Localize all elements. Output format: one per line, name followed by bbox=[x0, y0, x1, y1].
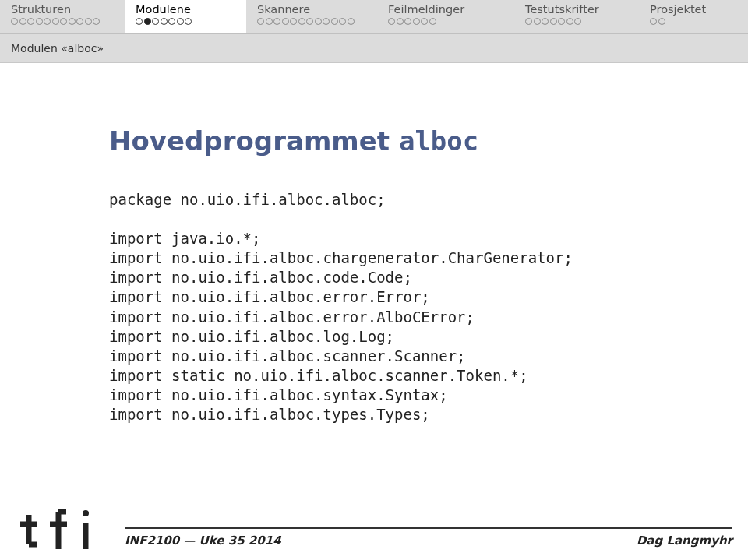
progress-dot bbox=[397, 18, 404, 25]
code-line: import no.uio.ifi.alboc.log.Log; bbox=[109, 328, 394, 345]
nav-tab-modulene[interactable]: Modulene bbox=[125, 0, 246, 33]
ifi-logo-icon bbox=[16, 505, 94, 552]
progress-dot bbox=[273, 18, 280, 25]
slide-title: Hovedprogrammet alboc bbox=[109, 125, 748, 157]
progress-dot bbox=[650, 18, 657, 25]
progress-dot bbox=[413, 18, 420, 25]
progress-dot bbox=[306, 18, 313, 25]
progress-dot bbox=[27, 18, 34, 25]
code-line: import no.uio.ifi.alboc.syntax.Syntax; bbox=[109, 386, 448, 403]
code-line: import no.uio.ifi.alboc.scanner.Scanner; bbox=[109, 347, 466, 365]
nav-tab-label: Testutskrifter bbox=[525, 2, 628, 16]
progress-dot bbox=[339, 18, 346, 25]
nav-tab-prosjektet[interactable]: Prosjektet bbox=[639, 0, 748, 33]
progress-dots bbox=[388, 18, 503, 25]
code-line: import no.uio.ifi.alboc.types.Types; bbox=[109, 406, 430, 423]
code-line: import no.uio.ifi.alboc.code.Code; bbox=[109, 269, 412, 286]
progress-dot bbox=[11, 18, 18, 25]
progress-dot bbox=[348, 18, 355, 25]
code-line: import no.uio.ifi.alboc.error.Error; bbox=[109, 288, 430, 305]
progress-dot bbox=[282, 18, 289, 25]
progress-dot bbox=[93, 18, 100, 25]
progress-dot bbox=[574, 18, 581, 25]
progress-dot bbox=[266, 18, 273, 25]
nav-tab-testutskrifter[interactable]: Testutskrifter bbox=[514, 0, 639, 33]
progress-dot bbox=[168, 18, 175, 25]
progress-dot bbox=[566, 18, 573, 25]
code-line: import java.io.*; bbox=[109, 230, 260, 247]
svg-point-4 bbox=[83, 510, 89, 516]
progress-dot bbox=[534, 18, 541, 25]
nav-tab-label: Strukturen bbox=[11, 2, 114, 16]
progress-dot bbox=[60, 18, 67, 25]
progress-dot bbox=[421, 18, 428, 25]
footer-line: INF2100 — Uke 35 2014 Dag Langmyhr bbox=[125, 527, 732, 548]
nav-tab-strukturen[interactable]: Strukturen bbox=[0, 0, 125, 33]
code-block: package no.uio.ifi.alboc.alboc; import j… bbox=[109, 171, 748, 424]
code-line: import no.uio.ifi.alboc.error.AlboCError… bbox=[109, 308, 475, 326]
title-mono: alboc bbox=[399, 125, 478, 157]
progress-dot bbox=[69, 18, 76, 25]
subheader: Modulen «alboc» bbox=[0, 34, 748, 63]
progress-dot bbox=[429, 18, 436, 25]
progress-dot bbox=[85, 18, 92, 25]
progress-dot bbox=[331, 18, 338, 25]
progress-dots bbox=[525, 18, 628, 25]
nav-tab-label: Feilmeldinger bbox=[388, 2, 503, 16]
progress-dot bbox=[144, 18, 151, 25]
progress-dot bbox=[542, 18, 549, 25]
progress-dot bbox=[36, 18, 43, 25]
progress-dots bbox=[136, 18, 235, 25]
progress-dot bbox=[185, 18, 192, 25]
progress-dot bbox=[136, 18, 143, 25]
progress-dot bbox=[298, 18, 305, 25]
progress-dot bbox=[44, 18, 51, 25]
top-nav: StrukturenModuleneSkannereFeilmeldingerT… bbox=[0, 0, 748, 34]
progress-dot bbox=[323, 18, 330, 25]
nav-tab-skannere[interactable]: Skannere bbox=[246, 0, 377, 33]
footer-right: Dag Langmyhr bbox=[637, 534, 732, 548]
code-line: import no.uio.ifi.alboc.chargenerator.Ch… bbox=[109, 249, 573, 266]
progress-dot bbox=[558, 18, 565, 25]
title-text: Hovedprogrammet bbox=[109, 125, 399, 157]
progress-dot bbox=[315, 18, 322, 25]
code-line: package no.uio.ifi.alboc.alboc; bbox=[109, 191, 386, 208]
progress-dot bbox=[658, 18, 665, 25]
progress-dot bbox=[388, 18, 395, 25]
progress-dot bbox=[525, 18, 532, 25]
progress-dot bbox=[290, 18, 297, 25]
progress-dots bbox=[650, 18, 737, 25]
progress-dot bbox=[52, 18, 59, 25]
progress-dots bbox=[11, 18, 114, 25]
progress-dot bbox=[404, 18, 411, 25]
progress-dot bbox=[257, 18, 264, 25]
progress-dot bbox=[19, 18, 26, 25]
progress-dot bbox=[161, 18, 168, 25]
nav-tab-label: Prosjektet bbox=[650, 2, 737, 16]
footer: INF2100 — Uke 35 2014 Dag Langmyhr bbox=[0, 505, 748, 552]
footer-left: INF2100 — Uke 35 2014 bbox=[125, 534, 281, 548]
progress-dots bbox=[257, 18, 366, 25]
code-line: import static no.uio.ifi.alboc.scanner.T… bbox=[109, 367, 528, 384]
nav-tab-feilmeldinger[interactable]: Feilmeldinger bbox=[377, 0, 514, 33]
progress-dot bbox=[550, 18, 557, 25]
nav-tab-label: Skannere bbox=[257, 2, 366, 16]
progress-dot bbox=[76, 18, 83, 25]
progress-dot bbox=[152, 18, 159, 25]
slide-content: Hovedprogrammet alboc package no.uio.ifi… bbox=[0, 63, 748, 424]
progress-dot bbox=[177, 18, 184, 25]
nav-tab-label: Modulene bbox=[136, 2, 235, 16]
